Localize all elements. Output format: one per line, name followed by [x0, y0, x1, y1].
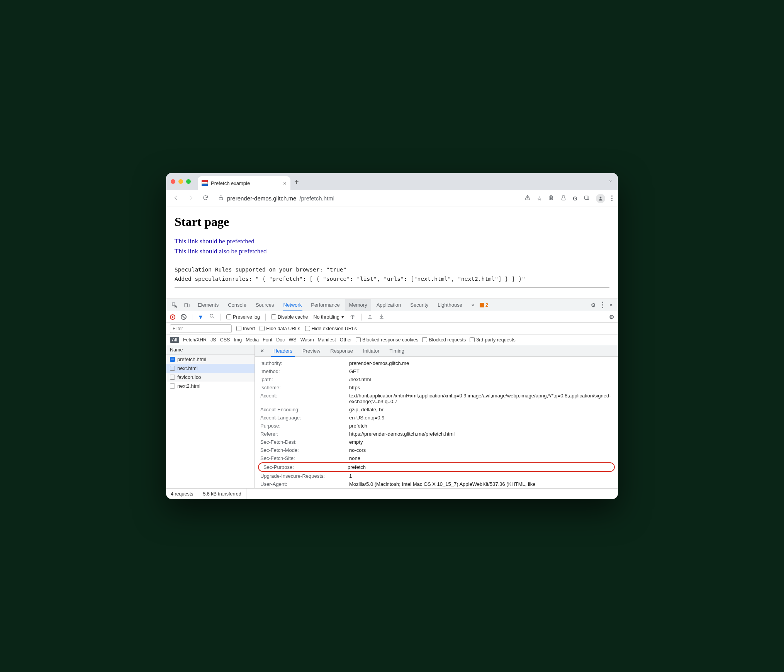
detail-tab-timing[interactable]: Timing [385, 345, 409, 356]
toolbar-right: ☆ G [524, 194, 613, 203]
clear-button[interactable] [181, 314, 187, 320]
blocked-cookies-checkbox[interactable]: Blocked response cookies [356, 337, 418, 343]
invert-checkbox[interactable]: Invert [236, 326, 255, 331]
file-icon [170, 366, 175, 371]
tab-sources[interactable]: Sources [252, 299, 278, 311]
menu-button[interactable] [611, 195, 613, 201]
url-host: prerender-demos.glitch.me [227, 195, 296, 202]
type-manifest[interactable]: Manifest [318, 337, 336, 343]
prefetch-link-1[interactable]: This link should be prefetched [175, 238, 609, 245]
settings-icon[interactable]: ⚙ [589, 302, 598, 308]
detail-tab-initiator[interactable]: Initiator [358, 345, 384, 356]
browser-tab[interactable]: Prefetch example × [198, 176, 290, 190]
inspect-icon[interactable] [169, 302, 180, 308]
tabs-more[interactable]: » [468, 299, 478, 311]
hide-extension-urls-checkbox[interactable]: Hide extension URLs [305, 326, 357, 331]
favicon-icon [202, 180, 208, 186]
extensions-icon[interactable] [548, 195, 554, 202]
throttling-select[interactable]: No throttling ▾ [314, 314, 344, 320]
download-har-icon[interactable] [378, 313, 385, 321]
maximize-window-button[interactable] [186, 179, 191, 184]
lock-icon [218, 195, 224, 202]
tab-close-button[interactable]: × [283, 180, 287, 187]
network-body: Name prefetch.html next.html favicon.ico… [166, 345, 618, 488]
blocked-requests-checkbox[interactable]: Blocked requests [422, 337, 466, 343]
type-img[interactable]: Img [234, 337, 242, 343]
tab-console[interactable]: Console [224, 299, 250, 311]
tabs-overflow-button[interactable] [607, 178, 613, 185]
back-button[interactable] [171, 195, 181, 202]
request-detail: × Headers Preview Response Initiator Tim… [255, 345, 618, 488]
google-icon[interactable]: G [573, 195, 577, 202]
request-row[interactable]: favicon.ico [166, 373, 255, 382]
tab-application[interactable]: Application [373, 299, 405, 311]
new-tab-button[interactable]: + [294, 177, 299, 187]
column-header-name[interactable]: Name [166, 345, 255, 355]
detail-tab-headers[interactable]: Headers [269, 345, 297, 356]
devtools-menu[interactable] [600, 302, 606, 308]
tab-network[interactable]: Network [280, 299, 306, 311]
upload-har-icon[interactable] [367, 313, 373, 321]
reload-button[interactable] [201, 195, 210, 202]
tab-security[interactable]: Security [406, 299, 432, 311]
filter-icon[interactable]: ▼ [198, 314, 204, 320]
devtools: Elements Console Sources Network Perform… [166, 299, 618, 499]
support-text: Speculation Rules supported on your brow… [175, 266, 609, 273]
request-list: Name prefetch.html next.html favicon.ico… [166, 345, 255, 488]
prefetch-link-2[interactable]: This link should also be prefetched [175, 248, 609, 255]
close-window-button[interactable] [171, 179, 175, 184]
third-party-checkbox[interactable]: 3rd-party requests [470, 337, 515, 343]
devtools-close[interactable]: × [607, 302, 615, 308]
record-button[interactable] [170, 314, 175, 320]
address-bar[interactable]: prerender-demos.glitch.me/prefetch.html [216, 195, 519, 202]
tab-memory[interactable]: Memory [345, 299, 371, 311]
type-wasm[interactable]: Wasm [300, 337, 314, 343]
request-row[interactable]: next2.html [166, 382, 255, 390]
detail-tab-preview[interactable]: Preview [298, 345, 325, 356]
svg-rect-2 [585, 196, 589, 199]
svg-point-4 [600, 197, 602, 199]
bookmark-icon[interactable]: ☆ [537, 195, 542, 202]
network-conditions-icon[interactable] [350, 313, 356, 321]
detail-tabs: × Headers Preview Response Initiator Tim… [255, 345, 618, 357]
labs-icon[interactable] [560, 195, 567, 202]
divider [175, 287, 609, 288]
type-js[interactable]: JS [210, 337, 216, 343]
divider [175, 261, 609, 261]
svg-rect-7 [188, 304, 189, 307]
detail-close[interactable]: × [256, 347, 268, 355]
disable-cache-checkbox[interactable]: Disable cache [271, 314, 308, 320]
window-controls [171, 179, 191, 184]
type-other[interactable]: Other [340, 337, 352, 343]
share-icon[interactable] [524, 195, 531, 202]
type-font[interactable]: Font [263, 337, 272, 343]
tab-elements[interactable]: Elements [194, 299, 222, 311]
forward-button[interactable] [186, 195, 195, 202]
type-doc[interactable]: Doc [276, 337, 285, 343]
request-row[interactable]: prefetch.html [166, 355, 255, 364]
sidepanel-icon[interactable] [584, 195, 590, 202]
type-css[interactable]: CSS [220, 337, 230, 343]
devtools-tabs: Elements Console Sources Network Perform… [166, 299, 618, 311]
tab-performance[interactable]: Performance [307, 299, 343, 311]
type-filter-row: All Fetch/XHR JS CSS Img Media Font Doc … [166, 334, 618, 345]
status-transferred: 5.6 kB transferred [198, 489, 246, 499]
hide-data-urls-checkbox[interactable]: Hide data URLs [260, 326, 300, 331]
document-icon [170, 357, 175, 362]
warnings-badge[interactable]: 2 [480, 302, 488, 308]
detail-tab-response[interactable]: Response [326, 345, 358, 356]
type-fetchxhr[interactable]: Fetch/XHR [183, 337, 207, 343]
type-all[interactable]: All [170, 337, 179, 343]
device-icon[interactable] [182, 302, 192, 308]
network-settings-icon[interactable]: ⚙ [609, 314, 614, 321]
minimize-window-button[interactable] [178, 179, 183, 184]
type-ws[interactable]: WS [288, 337, 296, 343]
type-media[interactable]: Media [246, 337, 259, 343]
search-icon[interactable] [209, 313, 215, 321]
headers-table: :authority:prerender-demos.glitch.me :me… [255, 357, 618, 488]
preserve-log-checkbox[interactable]: Preserve log [226, 314, 260, 320]
tab-lighthouse[interactable]: Lighthouse [434, 299, 466, 311]
profile-avatar[interactable] [596, 194, 605, 203]
request-row[interactable]: next.html [166, 364, 255, 373]
filter-input[interactable] [170, 324, 232, 333]
